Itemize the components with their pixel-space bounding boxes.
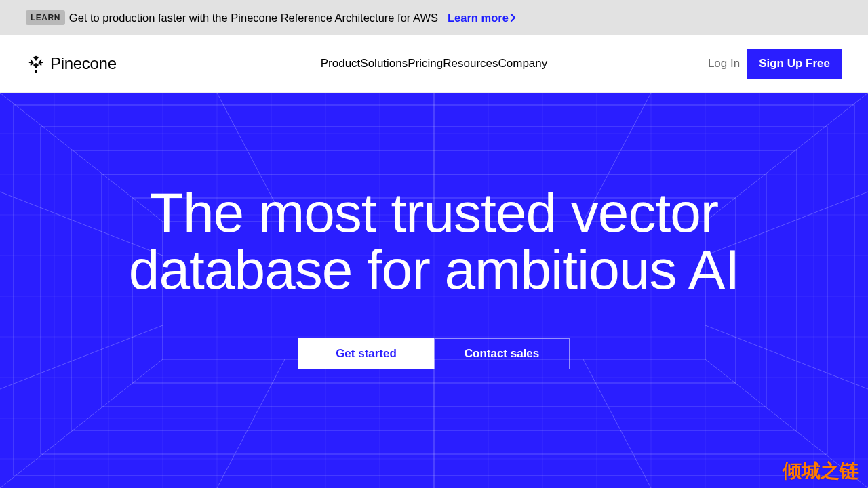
announcement-badge: LEARN <box>26 10 65 25</box>
signup-button[interactable]: Sign Up Free <box>747 49 842 79</box>
announcement-link-label: Learn more <box>448 12 509 24</box>
svg-point-12 <box>35 70 37 73</box>
nav-item-company[interactable]: Company <box>498 57 548 70</box>
svg-line-32 <box>705 325 868 389</box>
brand-logo[interactable]: Pinecone <box>26 54 117 74</box>
svg-line-21 <box>0 359 163 488</box>
hero-cta-group: Get started Contact sales <box>298 338 570 369</box>
nav-primary: Product Solutions Pricing Resources Comp… <box>321 57 548 70</box>
nav-auth: Log In Sign Up Free <box>708 49 842 79</box>
svg-line-22 <box>705 359 868 488</box>
hero-title: The most trusted vector database for amb… <box>61 184 807 298</box>
nav-item-pricing[interactable]: Pricing <box>408 57 443 70</box>
chevron-right-icon <box>510 14 517 22</box>
brand-name: Pinecone <box>50 54 117 73</box>
svg-line-26 <box>217 359 285 488</box>
contact-sales-button[interactable]: Contact sales <box>434 338 570 369</box>
pinecone-icon <box>26 54 46 74</box>
nav-item-resources[interactable]: Resources <box>443 57 498 70</box>
announcement-bar: LEARN Get to production faster with the … <box>0 0 868 35</box>
nav-item-product[interactable]: Product <box>321 57 361 70</box>
svg-line-30 <box>0 325 163 389</box>
login-link[interactable]: Log In <box>708 57 740 70</box>
announcement-link[interactable]: Learn more <box>448 12 517 24</box>
hero-section: The most trusted vector database for amb… <box>0 93 868 488</box>
navbar: Pinecone Product Solutions Pricing Resou… <box>0 35 868 93</box>
announcement-text: Get to production faster with the Pineco… <box>69 12 438 24</box>
get-started-button[interactable]: Get started <box>298 338 434 369</box>
nav-item-solutions[interactable]: Solutions <box>360 57 408 70</box>
svg-line-28 <box>583 359 651 488</box>
